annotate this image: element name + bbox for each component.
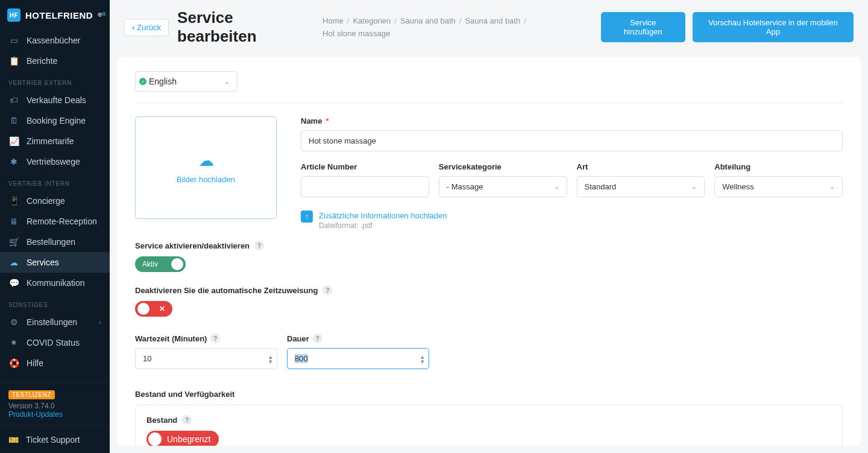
ticket-support[interactable]: 🎫 Ticket Support [0, 426, 110, 453]
product-updates-link[interactable]: Produkt-Updates [8, 410, 63, 419]
sidebar-item-label: Services [27, 258, 59, 267]
sidebar-item-label: COVID Status [27, 338, 80, 347]
breadcrumb-item[interactable]: Sauna and bath [465, 16, 520, 25]
toggle-knob [171, 258, 183, 270]
wait-label: Wartezeit (Minuten) [135, 334, 207, 343]
sidebar-item-bestellungen[interactable]: 🛒 Bestellungen [0, 232, 110, 252]
activate-state: Aktiv [142, 260, 158, 268]
sidebar-item-services[interactable]: ☁ Services [0, 252, 110, 273]
category-label: Servicekategorie [439, 162, 502, 171]
duration-input[interactable]: 800 [287, 348, 429, 369]
category-value: - Massage [447, 182, 483, 191]
sidebar-item-covid[interactable]: ✷ COVID Status [0, 332, 110, 353]
divider [135, 103, 843, 103]
toggle-knob [137, 303, 149, 315]
page-title: Service bearbeiten [177, 8, 314, 46]
chevron-down-icon: ⌄ [829, 183, 835, 191]
sidebar-item-concierge[interactable]: 📱 Concierge [0, 191, 110, 211]
brand: HF HOTELFRIEND ® [0, 0, 110, 30]
sidebar-item-kassenbuecher[interactable]: ▭ Kassenbücher [0, 30, 110, 51]
cloud-upload-icon: ☁ [198, 151, 214, 170]
chevron-left-icon: ‹ [132, 23, 134, 32]
sidebar-item-label: Kommunikation [27, 278, 85, 288]
sidebar-item-kommunikation[interactable]: 💬 Kommunikation [0, 273, 110, 293]
sidebar-item-hilfe[interactable]: 🛟 Hilfe [0, 353, 110, 373]
upload-info-row: ↑ Zusätzliche Informationen hochladen Da… [301, 211, 843, 230]
name-label: Name [301, 116, 322, 125]
name-input[interactable] [301, 130, 843, 151]
sidebar-item-zimmertarife[interactable]: 📈 Zimmertarife [0, 131, 110, 151]
virus-icon: ✷ [8, 338, 19, 347]
activate-label: Service aktivieren/deaktivieren [135, 241, 250, 250]
sidebar-footer: TESTLIZENZ Version 3.74.0 Produkt-Update… [0, 382, 110, 426]
duration-value: 800 [295, 354, 308, 363]
help-icon[interactable]: ? [182, 415, 192, 425]
breadcrumb-item[interactable]: Home [322, 16, 344, 25]
stock-section-label: Bestand und Verfügbarkeit [135, 390, 234, 399]
upload-images-box[interactable]: ☁ Bilder hochladen [135, 116, 277, 219]
topbar: ‹ Zurück Service bearbeiten Home/ Katego… [110, 0, 868, 52]
sidebar-item-booking-engine[interactable]: 🗓 Booking Engine [0, 110, 110, 131]
book-icon: ▭ [8, 36, 19, 45]
sidebar-item-label: Berichte [27, 56, 57, 66]
sidebar-item-label: Vertriebswege [27, 157, 80, 166]
help-icon[interactable]: ? [313, 334, 322, 343]
breadcrumb: Home/ Kategorien/ Sauna and bath/ Sauna … [322, 16, 592, 38]
help-icon[interactable]: ? [254, 241, 264, 250]
sidebar-item-label: Bestellungen [27, 237, 75, 247]
ticket-support-label: Ticket Support [26, 435, 80, 445]
stock-toggle[interactable]: Unbegrenzt [146, 431, 219, 446]
sidebar-item-verkaufte-deals[interactable]: 🏷 Verkaufte Deals [0, 90, 110, 110]
language-select[interactable]: ✓ English ⌄ [135, 71, 237, 92]
breadcrumb-item: Hot stone massage [322, 29, 390, 38]
chevron-down-icon: ⌄ [224, 78, 230, 86]
help-icon[interactable]: ? [322, 285, 332, 295]
type-select[interactable]: Standard ⌄ [577, 176, 705, 197]
language-value: English [149, 77, 177, 86]
back-button[interactable]: ‹ Zurück [124, 19, 169, 36]
back-label: Zurück [137, 23, 161, 32]
cloud-icon: ☁ [8, 258, 19, 267]
department-select[interactable]: Wellness ⌄ [714, 176, 843, 197]
phone-icon: 📱 [8, 196, 19, 206]
type-value: Standard [585, 182, 617, 191]
number-stepper[interactable]: ▴▾ [421, 354, 424, 364]
article-input[interactable] [301, 176, 429, 197]
add-service-button[interactable]: Service hinzufügen [601, 12, 685, 42]
activate-toggle[interactable]: Aktiv [135, 256, 186, 272]
department-value: Wellness [722, 182, 754, 191]
sidebar-collapse-icon[interactable]: « [101, 8, 106, 18]
sidebar-item-remote-reception[interactable]: 🖥 Remote-Reception [0, 211, 110, 232]
sidebar-item-label: Booking Engine [27, 116, 86, 125]
upload-info-hint: Dateiformat: .pdf [319, 221, 447, 230]
upload-info-link[interactable]: Zusätzliche Informationen hochladen [319, 211, 447, 220]
sidebar-item-einstellungen[interactable]: ⚙ Einstellungen › [0, 312, 110, 332]
wait-input[interactable] [135, 348, 277, 369]
sidebar-section-sonstiges: SONSTIGES [0, 293, 110, 312]
deactivate-auto-label: Deaktivieren Sie die automatische Zeitzu… [135, 286, 318, 295]
desktop-icon: 🖥 [8, 217, 19, 226]
upload-images-label: Bilder hochladen [177, 175, 235, 184]
license-badge: TESTLIZENZ [8, 390, 55, 399]
sidebar-item-vertriebswege[interactable]: ✱ Vertriebswege [0, 151, 110, 172]
number-stepper[interactable]: ▴▾ [269, 354, 272, 364]
chevron-right-icon: › [99, 318, 101, 326]
sidebar-item-berichte[interactable]: 📋 Berichte [0, 51, 110, 71]
upload-icon: ↑ [301, 211, 313, 223]
sidebar-section-extern: VERTRIEB EXTERN [0, 71, 110, 90]
sidebar-item-label: Einstellungen [27, 317, 77, 327]
sidebar-nav: ▭ Kassenbücher 📋 Berichte VERTRIEB EXTER… [0, 30, 110, 382]
stock-box: Bestand ? Unbegrenzt [135, 405, 843, 446]
preview-app-button[interactable]: Vorschau Hotelservice in der mobilen App [693, 12, 854, 42]
sidebar-item-label: Hilfe [27, 358, 43, 368]
sidebar-item-label: Concierge [27, 196, 65, 206]
help-icon[interactable]: ? [210, 334, 220, 343]
breadcrumb-item[interactable]: Sauna and bath [400, 16, 456, 25]
category-select[interactable]: - Massage ⌄ [439, 176, 567, 197]
breadcrumb-item[interactable]: Kategorien [353, 16, 391, 25]
content: ✓ English ⌄ ☁ Bilder hochladen [117, 57, 861, 446]
brand-logo: HF [7, 8, 20, 22]
deactivate-auto-toggle[interactable]: ✕ [135, 301, 172, 317]
sidebar-item-label: Zimmertarife [27, 136, 74, 146]
stock-state: Unbegrenzt [167, 434, 210, 444]
